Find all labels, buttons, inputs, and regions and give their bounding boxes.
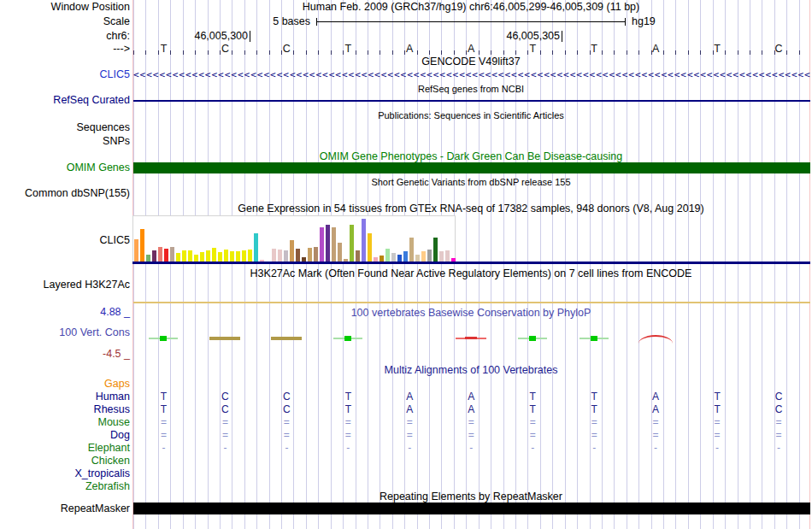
- multiz-cell: -: [343, 443, 353, 454]
- multiz-cell: T: [158, 391, 168, 403]
- multiz-cell: =: [774, 430, 784, 441]
- gtex-bar: [415, 255, 420, 262]
- multiz-cell: -: [712, 443, 722, 454]
- multiz-cell: T: [527, 404, 538, 415]
- track-label-elephant[interactable]: Elephant: [0, 443, 130, 454]
- multiz-cell: =: [466, 417, 476, 428]
- multiz-cell: T: [712, 391, 722, 403]
- multiz-cell: =: [158, 417, 168, 428]
- multiz-cell: C: [774, 391, 784, 403]
- track-title-main: Human Feb. 2009 (GRCh37/hg19) chr6:46,00…: [132, 2, 809, 13]
- gtex-bar: [206, 250, 210, 262]
- gtex-bar: [332, 227, 336, 262]
- gtex-bar: [409, 238, 414, 262]
- track-label-x-tropicalis[interactable]: X_tropicalis: [0, 468, 130, 479]
- multiz-cell: -: [589, 443, 599, 454]
- gtex-bar: [182, 250, 186, 262]
- multiz-cell: =: [404, 417, 415, 428]
- track-label-zebrafish[interactable]: Zebrafish: [0, 481, 130, 492]
- multiz-cell: =: [281, 430, 291, 441]
- multiz-cell: =: [404, 430, 415, 441]
- multiz-cell: =: [527, 417, 538, 428]
- track-label-dog[interactable]: Dog: [0, 430, 130, 441]
- gtex-bar: [439, 251, 444, 262]
- gtex-bar: [445, 250, 450, 262]
- scale-bar-tick-left: [316, 18, 317, 26]
- multiz-cell: =: [650, 417, 661, 428]
- track-label-omim-genes[interactable]: OMIM Genes: [0, 162, 130, 173]
- gtex-bar: [397, 255, 402, 262]
- multiz-cell: =: [220, 417, 230, 428]
- scale-bar: [316, 21, 625, 22]
- multiz-cell: T: [589, 404, 599, 415]
- multiz-cell: -: [466, 443, 476, 454]
- multiz-cell: A: [404, 391, 415, 403]
- h3k27ac-signal-line[interactable]: [133, 302, 810, 303]
- track-label-rhesus[interactable]: Rhesus: [0, 404, 130, 415]
- gtex-bar: [242, 250, 246, 262]
- multiz-cell: A: [466, 404, 476, 415]
- multiz-cell: -: [404, 443, 415, 454]
- track-label-human[interactable]: Human: [0, 391, 130, 403]
- gtex-bar: [290, 240, 294, 262]
- track-label-common-dbsnp[interactable]: Common dbSNP(155): [0, 188, 130, 199]
- phylop-mark-positive-box: [591, 336, 597, 341]
- gtex-bar: [134, 239, 138, 262]
- track-label-snps[interactable]: SNPs: [0, 136, 130, 147]
- coordinate-tick: [562, 31, 562, 42]
- track-label-window-position: Window Position: [0, 2, 130, 13]
- multiz-cell: =: [589, 417, 599, 428]
- track-title-repeatmasker: Repeating Elements by RepeatMasker: [132, 491, 809, 503]
- multiz-cell: -: [527, 443, 538, 454]
- track-label-chicken[interactable]: Chicken: [0, 456, 130, 467]
- multiz-cell: =: [650, 430, 661, 441]
- phylop-mark-negative-core: [465, 337, 477, 339]
- track-label-sequences[interactable]: Sequences: [0, 122, 130, 133]
- scale-bar-tick-right: [625, 18, 626, 26]
- gtex-bar: [368, 233, 372, 262]
- track-label-scale: Scale: [0, 16, 130, 27]
- multiz-cell: A: [404, 404, 415, 415]
- gtex-bar: [272, 249, 276, 262]
- clic5-gene-line[interactable]: <<<<<<<<<<<<<<<<<<<<<<<<<<<<<<<<<<<<<<<<…: [133, 70, 810, 81]
- gtex-bar: [314, 247, 318, 262]
- track-label-vert-cons[interactable]: 100 Vert. Cons: [0, 327, 130, 338]
- track-label-gtex-clic5[interactable]: CLIC5: [0, 235, 130, 246]
- track-label-gaps[interactable]: Gaps: [0, 379, 130, 390]
- track-label-refseq-curated[interactable]: RefSeq Curated: [0, 95, 130, 106]
- track-label-layered-h3k27ac[interactable]: Layered H3K27Ac: [0, 279, 130, 291]
- track-label-phylop-min[interactable]: -4.5 _: [0, 349, 130, 360]
- track-label-mouse[interactable]: Mouse: [0, 417, 130, 428]
- track-title-refseq: RefSeq genes from NCBI: [132, 85, 809, 95]
- multiz-cell: T: [343, 404, 353, 415]
- repeatmasker-bar[interactable]: [133, 503, 810, 514]
- track-label-clic5-gene[interactable]: CLIC5: [0, 69, 130, 80]
- coordinate-label: 46,005,305: [475, 31, 560, 42]
- gtex-bar: [278, 250, 282, 262]
- multiz-cell: T: [158, 404, 168, 415]
- gtex-bar: [421, 251, 426, 262]
- gtex-bar: [140, 229, 144, 262]
- gtex-bar: [427, 250, 432, 262]
- track-label-repeatmasker[interactable]: RepeatMasker: [0, 503, 130, 514]
- multiz-cell: C: [281, 391, 291, 403]
- gtex-bar: [320, 227, 324, 262]
- strand-direction-arrow: --->: [0, 44, 130, 55]
- refseq-curated-item[interactable]: [133, 100, 810, 102]
- omim-gene-bar[interactable]: [133, 162, 810, 173]
- multiz-cell: -: [650, 443, 661, 454]
- gtex-bar: [188, 250, 192, 262]
- multiz-cell: =: [158, 430, 168, 441]
- track-title-publications: Publications: Sequences in Scientific Ar…: [132, 111, 809, 121]
- genome-browser: Window PositionScalechr6:--->CLIC5RefSeq…: [0, 0, 812, 529]
- gtex-bar: [152, 250, 156, 262]
- gtex-bar: [212, 248, 216, 262]
- gtex-bar: [296, 249, 300, 262]
- phylop-mark-mixed: [209, 337, 240, 340]
- scale-value: 5 bases: [261, 16, 310, 27]
- track-label-phylop-max[interactable]: 4.88 _: [0, 307, 130, 318]
- multiz-cell: T: [527, 391, 538, 403]
- multiz-cell: A: [466, 391, 476, 403]
- track-title-multiz: Multiz Alignments of 100 Vertebrates: [132, 365, 809, 376]
- multiz-cell: -: [774, 443, 784, 454]
